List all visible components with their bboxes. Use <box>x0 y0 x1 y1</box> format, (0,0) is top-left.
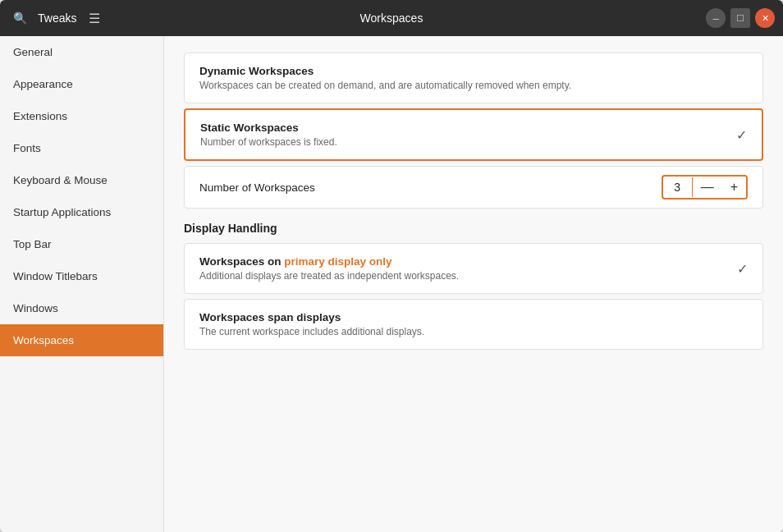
app-title: Tweaks <box>38 11 76 25</box>
hamburger-icon: ☰ <box>89 11 100 26</box>
close-button[interactable]: ✕ <box>755 8 775 28</box>
primary-display-text: Workspaces on primary display only Addit… <box>199 255 459 282</box>
dynamic-workspaces-description: Workspaces can be created on demand, and… <box>199 80 571 91</box>
static-workspaces-check-icon: ✓ <box>736 127 747 143</box>
static-workspaces-description: Number of workspaces is fixed. <box>200 136 337 148</box>
main-area: General Appearance Extensions Fonts Keyb… <box>0 36 783 532</box>
sidebar-item-appearance[interactable]: Appearance <box>0 68 163 100</box>
sidebar-item-startup-applications[interactable]: Startup Applications <box>0 196 163 228</box>
sidebar-item-fonts[interactable]: Fonts <box>0 132 163 164</box>
primary-display-check-icon: ✓ <box>737 261 748 277</box>
static-workspaces-title: Static Workspaces <box>200 122 337 134</box>
titlebar: 🔍 Tweaks ☰ Workspaces – ☐ ✕ <box>0 0 783 36</box>
content-area: Dynamic Workspaces Workspaces can be cre… <box>164 36 783 532</box>
minimize-button[interactable]: – <box>706 8 726 28</box>
decrease-workspaces-button[interactable]: — <box>693 177 722 198</box>
plus-icon: + <box>730 180 738 194</box>
maximize-button[interactable]: ☐ <box>730 8 750 28</box>
display-handling-heading: Display Handling <box>184 222 763 235</box>
window-title: Workspaces <box>172 11 611 25</box>
span-displays-description: The current workspace includes additiona… <box>199 326 424 337</box>
static-workspaces-option[interactable]: Static Workspaces Number of workspaces i… <box>184 108 763 161</box>
sidebar-item-general[interactable]: General <box>0 36 163 68</box>
sidebar-item-extensions[interactable]: Extensions <box>0 100 163 132</box>
sidebar-item-windows[interactable]: Windows <box>0 292 163 324</box>
sidebar-item-workspaces[interactable]: Workspaces <box>0 324 163 356</box>
number-control: 3 — + <box>662 175 748 200</box>
static-workspaces-text: Static Workspaces Number of workspaces i… <box>200 122 337 148</box>
span-displays-text: Workspaces span displays The current wor… <box>199 311 424 337</box>
main-window: 🔍 Tweaks ☰ Workspaces – ☐ ✕ General <box>0 0 783 532</box>
number-of-workspaces-label: Number of Workspaces <box>199 181 315 194</box>
workspace-count-value: 3 <box>663 177 693 197</box>
primary-display-title: Workspaces on primary display only <box>199 255 459 268</box>
primary-display-description: Additional displays are treated as indep… <box>199 270 459 282</box>
sidebar-item-window-titlebars[interactable]: Window Titlebars <box>0 260 163 292</box>
sidebar-item-top-bar[interactable]: Top Bar <box>0 228 163 260</box>
search-icon: 🔍 <box>13 11 27 25</box>
sidebar: General Appearance Extensions Fonts Keyb… <box>0 36 164 532</box>
dynamic-workspaces-option[interactable]: Dynamic Workspaces Workspaces can be cre… <box>184 53 763 103</box>
increase-workspaces-button[interactable]: + <box>722 177 746 198</box>
titlebar-controls: – ☐ ✕ <box>611 8 775 28</box>
primary-display-option[interactable]: Workspaces on primary display only Addit… <box>184 243 763 294</box>
dynamic-workspaces-text: Dynamic Workspaces Workspaces can be cre… <box>199 65 571 91</box>
number-of-workspaces-row: Number of Workspaces 3 — + <box>184 166 763 209</box>
search-button[interactable]: 🔍 <box>8 7 31 30</box>
sidebar-item-keyboard-mouse[interactable]: Keyboard & Mouse <box>0 164 163 196</box>
span-displays-option[interactable]: Workspaces span displays The current wor… <box>184 299 763 350</box>
titlebar-left: 🔍 Tweaks ☰ <box>8 7 172 30</box>
dynamic-workspaces-title: Dynamic Workspaces <box>199 65 571 77</box>
span-displays-title: Workspaces span displays <box>199 311 424 323</box>
minus-icon: — <box>701 180 714 194</box>
menu-button[interactable]: ☰ <box>83 7 106 30</box>
